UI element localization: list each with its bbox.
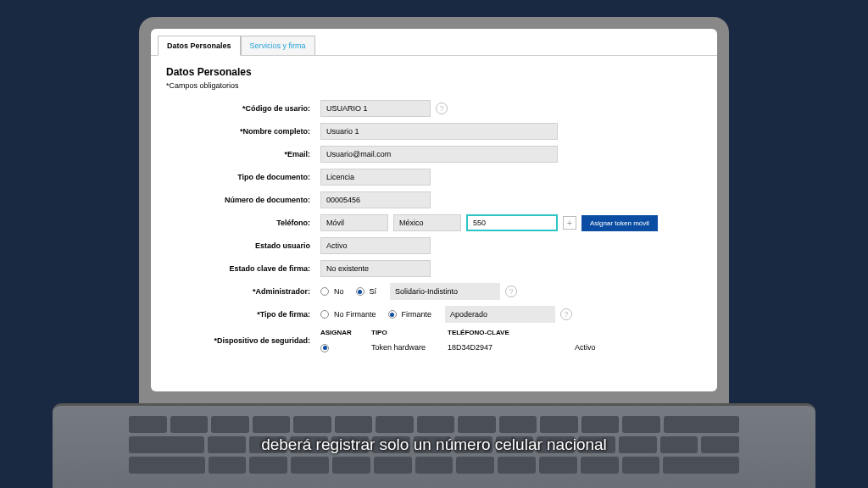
assign-token-button[interactable]: Asignar token móvil [581,215,658,231]
label-full-name: *Nombre completo: [166,127,315,136]
td-status: Activo [575,343,626,352]
radio-sign-yes-label: Firmante [402,310,432,319]
th-assign: ASIGNAR [320,329,371,336]
tab-personal[interactable]: Datos Personales [158,36,241,56]
radio-admin-no-label: No [334,287,344,296]
th-phone: TELÉFONO-CLAVE [448,329,575,336]
label-user-code: *Código de usario: [166,104,315,113]
input-user-code[interactable]: USUARIO 1 [320,100,431,117]
label-phone: Teléfono: [166,219,315,227]
help-icon[interactable]: ? [560,308,572,320]
td-phone: 18D34D2947 [448,343,575,352]
label-sign-key-status: Estado clave de firma: [166,264,315,273]
input-email[interactable]: Usuario@mail.com [320,146,558,163]
input-sign-key-status: No existente [320,260,431,277]
radio-sign-no-label: No Firmante [334,310,376,319]
select-admin-type[interactable]: Solidario-Indistinto [390,283,500,300]
required-fields-note: *Campos obligatorios [166,81,702,90]
label-doc-number: Número de documento: [166,196,315,204]
tab-bar: Datos Personales Servicios y firma [151,29,717,56]
section-title: Datos Personales [166,66,702,78]
label-doc-type: Tipo de documento: [166,173,315,181]
input-doc-type[interactable]: Licencia [320,169,431,186]
help-icon[interactable]: ? [505,286,517,297]
screen-bezel: Datos Personales Servicios y firma Datos… [139,17,729,403]
radio-sign-yes[interactable] [388,310,397,319]
th-type: TIPO [371,329,448,336]
radio-device-assign[interactable] [320,344,329,352]
input-full-name[interactable]: Usuario 1 [320,123,558,140]
help-icon[interactable]: ? [436,103,448,114]
label-sign-type: *Tipo de firma: [166,310,315,319]
app-screen: Datos Personales Servicios y firma Datos… [151,29,717,391]
device-row: Token hardware 18D34D2947 Activo [320,343,702,352]
label-user-status: Estado usuario [166,241,315,250]
td-type: Token hardware [371,343,448,352]
add-phone-icon[interactable]: + [563,216,576,230]
input-user-status: Activo [320,237,431,254]
input-phone-number[interactable]: 550 [466,214,558,231]
label-security-device: *Dispositivo de seguridad: [166,336,315,345]
radio-admin-no[interactable] [320,287,329,296]
label-email: *Email: [166,150,315,158]
laptop: Datos Personales Servicios y firma Datos… [139,17,729,403]
video-caption: deberá registrar solo un número celular … [261,435,607,454]
select-phone-country[interactable]: México [393,214,461,231]
form-content: Datos Personales *Campos obligatorios *C… [151,56,717,391]
select-sign-type[interactable]: Apoderado [445,306,555,323]
radio-admin-yes[interactable] [356,287,364,296]
label-admin: *Administrador: [166,287,315,296]
input-doc-number[interactable]: 00005456 [320,191,431,208]
select-phone-type[interactable]: Móvil [320,214,388,231]
radio-sign-no[interactable] [320,310,329,319]
radio-admin-yes-label: Sí [370,287,377,296]
tab-services[interactable]: Servicios y firma [241,36,315,55]
